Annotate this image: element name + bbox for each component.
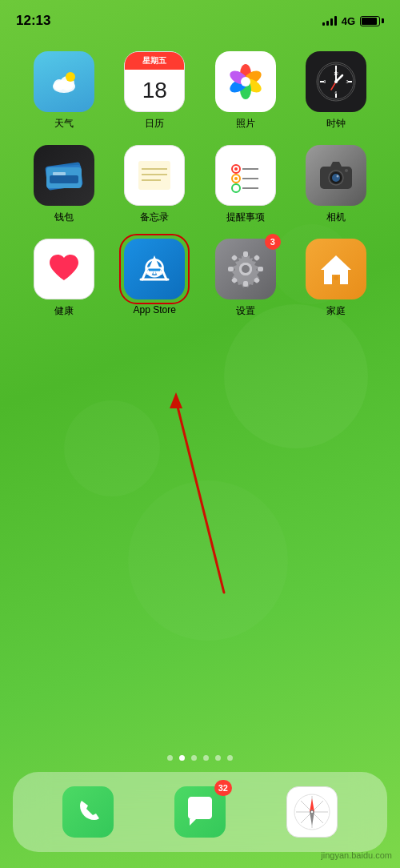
app-clock[interactable]: 12 3 6 9 时钟 [295,51,378,131]
svg-marker-70 [170,392,182,408]
app-icon-settings: 3 [215,239,276,299]
svg-point-59 [242,265,250,273]
svg-point-78 [310,810,314,814]
app-camera[interactable]: 相机 [295,145,378,224]
svg-text:12: 12 [334,71,338,76]
svg-point-51 [345,169,348,172]
svg-rect-62 [228,267,234,271]
app-reminders[interactable]: 提醒事项 [204,145,287,224]
status-time: 12:13 [16,13,50,29]
dot-2 [179,755,185,761]
app-label-clock: 时钟 [326,117,346,131]
svg-rect-37 [223,153,268,198]
app-label-calendar: 日历 [145,117,164,131]
app-label-appstore: App Store [134,304,176,315]
dot-4 [203,755,209,761]
svg-rect-63 [258,267,263,271]
svg-point-39 [234,167,238,171]
status-bar: 12:13 4G [0,0,400,35]
app-weather[interactable]: 天气 [22,51,106,131]
svg-rect-60 [243,251,248,257]
app-label-home: 家庭 [326,304,346,318]
app-label-wallet: 钱包 [54,211,74,224]
app-notes[interactable]: 备忘录 [114,145,197,224]
dot-1 [167,755,173,761]
app-wallet[interactable]: 钱包 [22,145,106,224]
app-label-reminders: 提醒事项 [226,211,265,224]
app-photos[interactable]: 照片 [204,51,287,131]
dock-phone[interactable] [62,786,114,838]
svg-rect-31 [53,172,66,175]
svg-line-69 [176,400,224,593]
svg-rect-33 [138,161,170,190]
svg-point-12 [241,77,250,86]
arrow-annotation [152,384,248,609]
svg-point-68 [334,275,338,280]
app-icon-camera [306,145,366,206]
app-icon-notes [124,145,185,206]
svg-text:6: 6 [335,90,338,95]
svg-point-4 [66,72,75,82]
dock: 32 [13,772,387,852]
dock-icon-safari [286,786,338,838]
svg-point-50 [337,175,339,178]
app-label-notes: 备忘录 [140,211,169,224]
page-dots [0,755,400,761]
app-icon-home [306,239,366,299]
signal-icon [322,16,337,26]
app-label-camera: 相机 [326,211,346,224]
dock-icon-phone [62,786,114,838]
app-label-health: 健康 [54,304,74,318]
app-icon-clock: 12 3 6 9 [306,51,366,112]
dot-3 [191,755,197,761]
carrier-label: 4G [342,15,355,27]
svg-point-49 [332,174,340,182]
app-icon-calendar: 星期五 18 [124,51,185,112]
svg-rect-61 [243,281,248,287]
calendar-day-name: 星期五 [142,55,166,66]
app-home[interactable]: 家庭 [295,239,378,318]
dock-safari[interactable] [286,786,338,838]
watermark: jingyan.baidu.com [321,850,392,860]
svg-text:3: 3 [346,79,349,84]
app-grid: 天气 星期五 18 日历 [0,35,400,334]
svg-rect-30 [50,175,78,183]
svg-rect-65 [254,255,260,261]
app-icon-reminders [215,145,276,206]
svg-rect-64 [231,255,238,261]
settings-badge: 3 [265,234,281,250]
app-icon-appstore: ⊕ [124,239,185,299]
calendar-day-num: 18 [142,78,167,103]
messages-badge: 32 [214,780,232,796]
app-settings[interactable]: 3 设置 [204,239,287,318]
dot-6 [227,755,233,761]
dot-5 [215,755,221,761]
svg-point-42 [234,177,238,180]
dock-messages[interactable]: 32 [174,786,226,838]
svg-point-22 [334,80,338,83]
app-label-photos: 照片 [236,117,255,131]
battery-icon [360,16,384,26]
app-calendar[interactable]: 星期五 18 日历 [114,51,197,131]
app-label-weather: 天气 [54,117,74,131]
app-icon-weather [34,51,94,112]
status-icons: 4G [322,15,384,27]
app-health[interactable]: 健康 [22,239,106,318]
app-icon-wallet [34,145,94,206]
app-appstore[interactable]: ⊕ App Store [114,239,197,318]
svg-text:9: 9 [324,79,326,84]
app-icon-health [34,239,94,299]
app-icon-photos [215,51,276,112]
app-label-settings: 设置 [236,304,255,318]
